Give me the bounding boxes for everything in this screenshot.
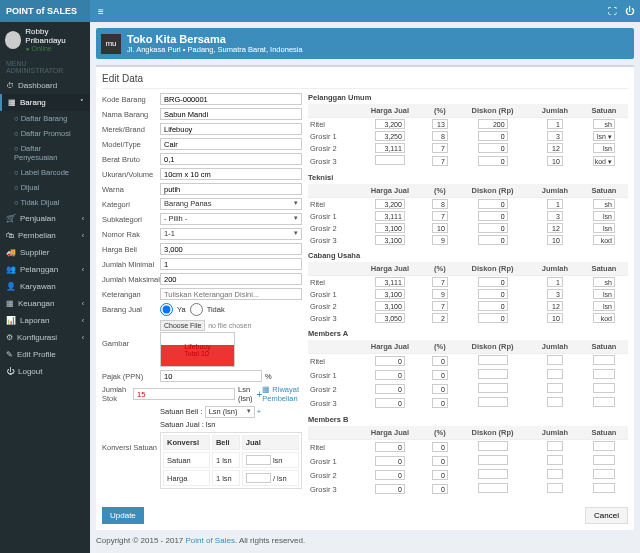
conv-harga-input[interactable] <box>246 473 271 483</box>
price-cell[interactable]: 0 <box>375 370 405 380</box>
input-merek[interactable] <box>160 123 302 135</box>
discount-cell[interactable]: 0 <box>478 301 508 311</box>
qty-cell[interactable]: 12 <box>547 301 563 311</box>
qty-cell[interactable] <box>547 355 563 365</box>
choose-file-button[interactable]: Choose File <box>160 320 205 331</box>
price-cell[interactable]: 3,100 <box>375 223 405 233</box>
discount-cell[interactable]: 0 <box>478 211 508 221</box>
input-ukuran[interactable] <box>160 168 302 180</box>
price-cell[interactable]: 0 <box>375 398 405 408</box>
unit-cell[interactable] <box>593 483 615 493</box>
sub-dijual[interactable]: ○ Dijual <box>0 180 90 195</box>
nav-karyawan[interactable]: 👤 Karyawan <box>0 278 90 295</box>
unit-cell[interactable]: kod <box>593 235 615 245</box>
nav-barang[interactable]: ▦ Barang˅ <box>0 94 90 111</box>
percent-cell[interactable]: 7 <box>432 156 448 166</box>
percent-cell[interactable]: 9 <box>432 289 448 299</box>
nav-logout[interactable]: ⏻ Logout <box>0 363 90 380</box>
unit-cell[interactable]: sh <box>593 119 615 129</box>
percent-cell[interactable]: 0 <box>432 442 448 452</box>
price-cell[interactable]: 0 <box>375 470 405 480</box>
unit-cell[interactable]: sh <box>593 277 615 287</box>
unit-cell[interactable] <box>593 383 615 393</box>
price-cell[interactable]: 3,111 <box>375 277 405 287</box>
riwayat-link[interactable]: ▦ Riwayat Pembelian <box>262 385 302 403</box>
sub-daftar-promosi[interactable]: ○ Daftar Promosi <box>0 126 90 141</box>
qty-cell[interactable] <box>547 455 563 465</box>
input-pajak[interactable] <box>160 370 262 382</box>
unit-cell[interactable] <box>593 469 615 479</box>
price-cell[interactable]: 0 <box>375 442 405 452</box>
qty-cell[interactable] <box>547 383 563 393</box>
unit-cell[interactable]: lsn <box>593 143 615 153</box>
qty-cell[interactable]: 12 <box>547 223 563 233</box>
nav-dashboard[interactable]: ⏱ Dashboard <box>0 77 90 94</box>
unit-cell[interactable]: lsn <box>593 223 615 233</box>
qty-cell[interactable]: 3 <box>547 289 563 299</box>
qty-cell[interactable] <box>547 397 563 407</box>
unit-cell[interactable]: sh <box>593 199 615 209</box>
price-cell[interactable]: 3,200 <box>375 199 405 209</box>
percent-cell[interactable]: 7 <box>432 211 448 221</box>
fullscreen-icon[interactable]: ⛶ <box>608 6 617 16</box>
nav-laporan[interactable]: 📊 Laporan‹ <box>0 312 90 329</box>
nav-edit-profile[interactable]: ✎ Edit Profile <box>0 346 90 363</box>
nav-konfigurasi[interactable]: ⚙ Konfigurasi‹ <box>0 329 90 346</box>
unit-cell[interactable] <box>593 441 615 451</box>
discount-cell[interactable] <box>478 355 508 365</box>
sub-label-barcode[interactable]: ○ Label Barcode <box>0 165 90 180</box>
discount-cell[interactable]: 0 <box>478 289 508 299</box>
price-cell[interactable]: 0 <box>375 384 405 394</box>
percent-cell[interactable]: 10 <box>432 223 448 233</box>
percent-cell[interactable]: 13 <box>432 119 448 129</box>
unit-cell[interactable] <box>593 355 615 365</box>
price-cell[interactable]: 3,200 <box>375 119 405 129</box>
input-jmax[interactable] <box>160 273 302 285</box>
select-kategori[interactable]: Barang Panas <box>160 198 302 210</box>
qty-cell[interactable]: 10 <box>547 156 563 166</box>
qty-cell[interactable]: 1 <box>547 119 563 129</box>
price-cell[interactable]: 0 <box>375 484 405 494</box>
unit-cell[interactable] <box>593 397 615 407</box>
qty-cell[interactable] <box>547 441 563 451</box>
discount-cell[interactable] <box>478 397 508 407</box>
radio-tidak[interactable] <box>190 303 203 316</box>
nav-keuangan[interactable]: ▦ Keuangan‹ <box>0 295 90 312</box>
discount-cell[interactable] <box>478 383 508 393</box>
discount-cell[interactable]: 200 <box>478 119 508 129</box>
qty-cell[interactable] <box>547 483 563 493</box>
conv-jual-input[interactable] <box>246 455 271 465</box>
unit-cell[interactable]: lsn <box>593 289 615 299</box>
percent-cell[interactable]: 7 <box>432 301 448 311</box>
sub-daftar-penyesuaian[interactable]: ○ Daftar Penyesuaian <box>0 141 90 165</box>
input-kode[interactable] <box>160 93 302 105</box>
percent-cell[interactable]: 0 <box>432 456 448 466</box>
discount-cell[interactable] <box>478 455 508 465</box>
nav-penjualan[interactable]: 🛒 Penjualan‹ <box>0 210 90 227</box>
unit-cell[interactable]: kod ▾ <box>593 156 615 166</box>
percent-cell[interactable]: 0 <box>432 484 448 494</box>
price-cell[interactable]: 3,050 <box>375 313 405 323</box>
discount-cell[interactable]: 0 <box>478 143 508 153</box>
price-cell[interactable]: 0 <box>375 456 405 466</box>
unit-cell[interactable]: lsn ▾ <box>593 131 615 141</box>
unit-cell[interactable] <box>593 455 615 465</box>
brand[interactable]: POINT of SALES <box>0 0 90 22</box>
input-hargabeli[interactable] <box>160 243 302 255</box>
input-nama[interactable] <box>160 108 302 120</box>
sub-tidak-dijual[interactable]: ○ Tidak Dijual <box>0 195 90 210</box>
qty-cell[interactable]: 3 <box>547 211 563 221</box>
percent-cell[interactable]: 7 <box>432 277 448 287</box>
percent-cell[interactable]: 7 <box>432 143 448 153</box>
qty-cell[interactable]: 1 <box>547 199 563 209</box>
qty-cell[interactable]: 10 <box>547 235 563 245</box>
percent-cell[interactable]: 8 <box>432 199 448 209</box>
sub-daftar-barang[interactable]: ○ Daftar Barang <box>0 111 90 126</box>
select-satuanbeli[interactable]: Lsn (lsn) <box>205 406 255 418</box>
nav-pelanggan[interactable]: 👥 Pelanggan‹ <box>0 261 90 278</box>
discount-cell[interactable] <box>478 469 508 479</box>
discount-cell[interactable]: 0 <box>478 235 508 245</box>
discount-cell[interactable]: 0 <box>478 199 508 209</box>
percent-cell[interactable]: 0 <box>432 384 448 394</box>
input-jmin[interactable] <box>160 258 302 270</box>
